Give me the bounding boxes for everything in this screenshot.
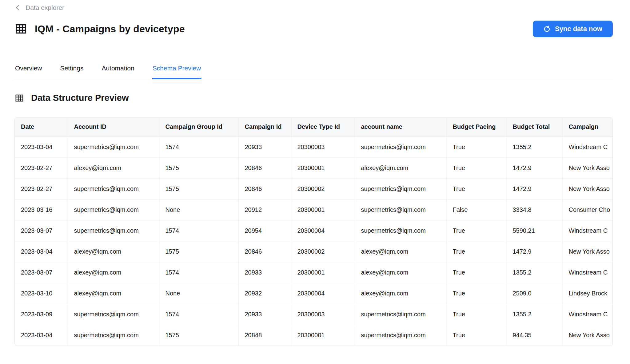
table-cell: True (446, 136, 506, 157)
table-cell: True (446, 283, 506, 304)
table-cell: supermetrics@iqm.com (68, 220, 159, 241)
table-cell: alexey@iqm.com (68, 241, 159, 262)
table-cell: True (446, 178, 506, 199)
table-cell: 3334.8 (506, 199, 562, 220)
table-cell: True (446, 325, 506, 346)
table-cell: supermetrics@iqm.com (68, 178, 159, 199)
table-cell: 20300002 (291, 178, 355, 199)
sync-button-label: Sync data now (555, 25, 602, 33)
table-cell: 20300004 (291, 220, 355, 241)
table-cell: supermetrics@iqm.com (68, 136, 159, 157)
table-row: 2023-03-04supermetrics@iqm.com1575208482… (15, 325, 613, 346)
table-cell: 2509.0 (506, 283, 562, 304)
table-cell: 2023-02-27 (15, 178, 68, 199)
table-cell: 2023-03-09 (15, 304, 68, 325)
table-cell: 2023-03-10 (15, 283, 68, 304)
table-row: 2023-03-16supermetrics@iqm.comNone209122… (15, 199, 613, 220)
page: Data explorer IQM - Campaigns by devicet… (0, 0, 630, 364)
table-cell: 20954 (238, 220, 291, 241)
table-cell: 20933 (238, 304, 291, 325)
table-cell: 20933 (238, 136, 291, 157)
table-cell: supermetrics@iqm.com (355, 178, 446, 199)
table-cell: alexey@iqm.com (355, 241, 446, 262)
table-cell: 20300004 (291, 283, 355, 304)
table-cell: 20846 (238, 157, 291, 178)
table-cell: 20300003 (291, 136, 355, 157)
table-cell: True (446, 262, 506, 283)
table-cell: 1575 (159, 325, 238, 346)
table-cell: False (446, 199, 506, 220)
table-cell: New York Asso (562, 241, 613, 262)
tab-settings[interactable]: Settings (60, 63, 84, 79)
table-cell: 2023-03-04 (15, 136, 68, 157)
tab-schema-preview[interactable]: Schema Preview (152, 63, 202, 79)
table-cell: True (446, 304, 506, 325)
tab-overview[interactable]: Overview (14, 63, 43, 79)
table-cell: Consumer Cho (562, 199, 613, 220)
section-title: Data Structure Preview (31, 93, 129, 103)
table-cell: alexey@iqm.com (355, 157, 446, 178)
sync-data-button[interactable]: Sync data now (533, 21, 613, 37)
table-cell: 1472.9 (506, 178, 562, 199)
table-cell: None (159, 283, 238, 304)
header-row: DateAccount IDCampaign Group IdCampaign … (15, 117, 613, 136)
tab-automation[interactable]: Automation (101, 63, 135, 79)
chevron-left-icon (14, 4, 21, 11)
table-cell: 20846 (238, 241, 291, 262)
column-header: Account ID (68, 117, 159, 136)
table-cell: Windstream C (562, 220, 613, 241)
table-cell: True (446, 157, 506, 178)
table-cell: supermetrics@iqm.com (355, 136, 446, 157)
column-header: account name (355, 117, 446, 136)
page-title: IQM - Campaigns by devicetype (35, 23, 185, 35)
table-cell: 20848 (238, 325, 291, 346)
column-header: Budget Total (506, 117, 562, 136)
table-cell: 5590.21 (506, 220, 562, 241)
schema-preview-table: DateAccount IDCampaign Group IdCampaign … (14, 117, 613, 346)
column-header: Campaign Id (238, 117, 291, 136)
table-cell: 1575 (159, 241, 238, 262)
table-row: 2023-03-04alexey@iqm.com1575208462030000… (15, 241, 613, 262)
table-cell: 1355.2 (506, 304, 562, 325)
table-cell: supermetrics@iqm.com (355, 220, 446, 241)
table-cell: 2023-02-27 (15, 157, 68, 178)
table-cell: 20300003 (291, 304, 355, 325)
table-cell: 2023-03-04 (15, 241, 68, 262)
table-cell: 1575 (159, 157, 238, 178)
table-cell: 1355.2 (506, 136, 562, 157)
column-header: Campaign (562, 117, 613, 136)
breadcrumb-back[interactable]: Data explorer (14, 3, 613, 12)
table-cell: 2023-03-04 (15, 325, 68, 346)
table-grid-icon (14, 23, 27, 35)
table-cell: 20300002 (291, 241, 355, 262)
table-cell: 1472.9 (506, 157, 562, 178)
refresh-icon (543, 25, 551, 33)
table-cell: 20846 (238, 178, 291, 199)
table-row: 2023-02-27alexey@iqm.com1575208462030000… (15, 157, 613, 178)
table-cell: 1574 (159, 220, 238, 241)
table-cell: New York Asso (562, 178, 613, 199)
table-cell: Windstream C (562, 136, 613, 157)
table-cell: alexey@iqm.com (68, 283, 159, 304)
table-cell: 20300001 (291, 199, 355, 220)
data-table: DateAccount IDCampaign Group IdCampaign … (15, 117, 613, 346)
table-cell: 20300001 (291, 262, 355, 283)
table-cell: supermetrics@iqm.com (68, 199, 159, 220)
table-row: 2023-03-07supermetrics@iqm.com1574209542… (15, 220, 613, 241)
table-cell: Lindsey Brock (562, 283, 613, 304)
title-row: IQM - Campaigns by devicetype Sync data … (14, 20, 613, 38)
table-cell: alexey@iqm.com (68, 262, 159, 283)
table-cell: supermetrics@iqm.com (355, 199, 446, 220)
tab-bar: OverviewSettingsAutomationSchema Preview (14, 63, 613, 79)
table-cell: 2023-03-16 (15, 199, 68, 220)
breadcrumb-label: Data explorer (26, 4, 64, 11)
table-cell: 1574 (159, 262, 238, 283)
table-cell: 2023-03-07 (15, 220, 68, 241)
table-cell: 1472.9 (506, 241, 562, 262)
table-cell: New York Asso (562, 157, 613, 178)
table-cell: 20932 (238, 283, 291, 304)
table-cell: supermetrics@iqm.com (355, 325, 446, 346)
table-row: 2023-02-27supermetrics@iqm.com1575208462… (15, 178, 613, 199)
table-row: 2023-03-09supermetrics@iqm.com1574209332… (15, 304, 613, 325)
table-cell: 20933 (238, 262, 291, 283)
